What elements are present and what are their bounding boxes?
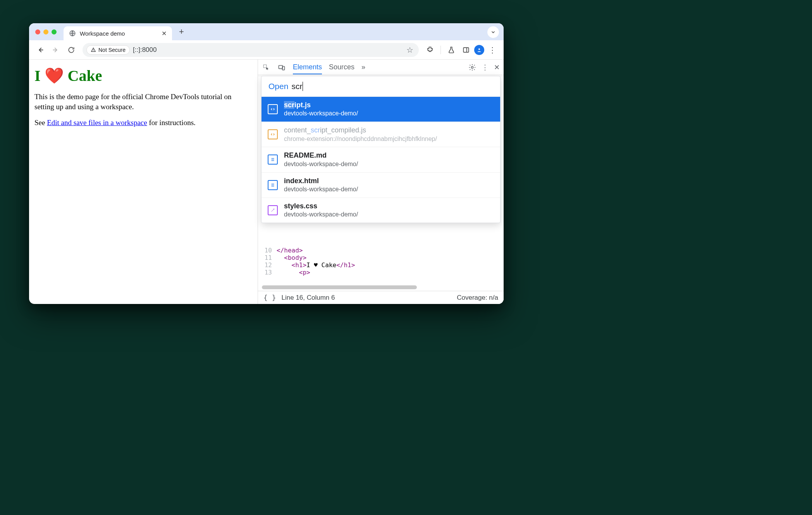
line-number: 12 xyxy=(258,261,277,269)
open-file-panel: Open scr script.jsdevtools-workspace-dem… xyxy=(261,76,501,223)
tab-title: Workspace demo xyxy=(80,30,158,37)
open-file-item[interactable]: README.mddevtools-workspace-demo/ xyxy=(261,147,500,172)
toolbar-right: ⋮ xyxy=(423,43,499,57)
page-viewport: I ❤️ Cake This is the demo page for the … xyxy=(29,60,258,304)
forward-button[interactable] xyxy=(49,43,62,57)
script-icon xyxy=(268,129,278,139)
minimize-window-button[interactable] xyxy=(43,29,48,34)
labs-button[interactable] xyxy=(445,43,458,57)
line-number: 13 xyxy=(258,269,277,276)
reload-button[interactable] xyxy=(65,43,78,57)
security-label: Not Secure xyxy=(98,47,126,53)
stylesheet-icon xyxy=(268,205,278,215)
close-window-button[interactable] xyxy=(35,29,40,34)
code-line: 13 <p> xyxy=(258,269,504,276)
divider xyxy=(440,46,441,54)
globe-icon xyxy=(69,30,76,37)
open-file-item[interactable]: styles.cssdevtools-workspace-demo/ xyxy=(261,198,500,223)
file-name: script.js xyxy=(284,101,358,110)
open-file-item[interactable]: index.htmldevtools-workspace-demo/ xyxy=(261,173,500,198)
workspace-link[interactable]: Edit and save files in a workspace xyxy=(47,118,147,127)
titlebar: Workspace demo ✕ + xyxy=(29,23,504,40)
see-prefix: See xyxy=(34,118,47,127)
menu-button[interactable]: ⋮ xyxy=(486,43,499,57)
line-number: 11 xyxy=(258,254,277,261)
file-name: styles.css xyxy=(284,202,358,211)
profile-button[interactable] xyxy=(474,45,484,55)
file-path: devtools-workspace-demo/ xyxy=(284,110,358,118)
devtools-menu-button[interactable]: ⋮ xyxy=(482,63,489,72)
open-label: Open xyxy=(268,82,288,91)
devtools-statusbar: { } Line 16, Column 6 Coverage: n/a xyxy=(258,291,504,304)
coverage-status: Coverage: n/a xyxy=(457,294,498,302)
tabs-overflow[interactable]: » xyxy=(361,63,365,71)
browser-toolbar: Not Secure [::]:8000 ☆ ⋮ xyxy=(29,40,504,60)
security-chip[interactable]: Not Secure xyxy=(86,45,130,55)
horizontal-scrollbar[interactable] xyxy=(262,285,417,289)
tabs-dropdown-button[interactable] xyxy=(487,26,499,38)
see-suffix: for instructions. xyxy=(147,118,196,127)
script-icon xyxy=(268,104,278,114)
open-query: scr xyxy=(291,82,303,91)
close-tab-button[interactable]: ✕ xyxy=(162,30,167,37)
bookmark-button[interactable]: ☆ xyxy=(403,45,417,55)
maximize-window-button[interactable] xyxy=(52,29,57,34)
content-area: I ❤️ Cake This is the demo page for the … xyxy=(29,60,504,304)
page-heading: I ❤️ Cake xyxy=(34,67,252,85)
svg-point-2 xyxy=(478,48,480,50)
code-line: 12 <h1>I ♥ Cake</h1> xyxy=(258,261,504,269)
open-file-item[interactable]: script.jsdevtools-workspace-demo/ xyxy=(261,97,500,122)
open-file-item[interactable]: content_script_compiled.jschrome-extensi… xyxy=(261,122,500,147)
svg-point-6 xyxy=(471,66,473,68)
code-line: 11 <body> xyxy=(258,254,504,261)
file-path: devtools-workspace-demo/ xyxy=(284,211,358,219)
document-icon xyxy=(268,180,278,190)
new-tab-button[interactable]: + xyxy=(175,27,188,37)
file-name: README.md xyxy=(284,151,358,160)
line-number: 10 xyxy=(258,247,277,254)
browser-tab[interactable]: Workspace demo ✕ xyxy=(64,26,172,40)
svg-rect-3 xyxy=(263,65,267,68)
pretty-print-button[interactable]: { } xyxy=(263,294,276,302)
sidepanel-button[interactable] xyxy=(459,43,473,57)
file-name: index.html xyxy=(284,177,358,185)
file-path: devtools-workspace-demo/ xyxy=(284,160,358,168)
cursor-position: Line 16, Column 6 xyxy=(282,294,335,302)
browser-window: Workspace demo ✕ + Not Secure [::]:8000 xyxy=(29,23,504,304)
back-button[interactable] xyxy=(34,43,47,57)
file-path: devtools-workspace-demo/ xyxy=(284,185,358,194)
extensions-button[interactable] xyxy=(423,43,437,57)
page-paragraph: This is the demo page for the official C… xyxy=(34,92,252,112)
devtools-panel: Elements Sources » ⋮ ✕ 10 </head> xyxy=(258,60,504,304)
page-see-line: See Edit and save files in a workspace f… xyxy=(34,118,252,128)
warning-icon xyxy=(91,47,96,53)
tab-sources[interactable]: Sources xyxy=(329,63,354,71)
file-name: content_script_compiled.js xyxy=(284,126,437,135)
address-bar[interactable]: Not Secure [::]:8000 ☆ xyxy=(83,43,419,57)
tab-elements[interactable]: Elements xyxy=(293,63,322,74)
settings-icon[interactable] xyxy=(468,64,476,71)
svg-rect-1 xyxy=(463,48,468,52)
open-file-input[interactable]: Open scr xyxy=(261,76,500,97)
inspect-icon[interactable] xyxy=(262,63,270,72)
devtools-tabs: Elements Sources » ⋮ ✕ xyxy=(258,60,504,75)
file-path: chrome-extension://noondiphcddnnabmjcihc… xyxy=(284,135,437,143)
devtools-close-button[interactable]: ✕ xyxy=(494,63,500,72)
code-line: 10 </head> xyxy=(258,247,504,254)
device-toggle-icon[interactable] xyxy=(277,63,286,72)
url-text: [::]:8000 xyxy=(133,46,157,54)
window-controls xyxy=(35,29,57,34)
document-icon xyxy=(268,154,278,165)
